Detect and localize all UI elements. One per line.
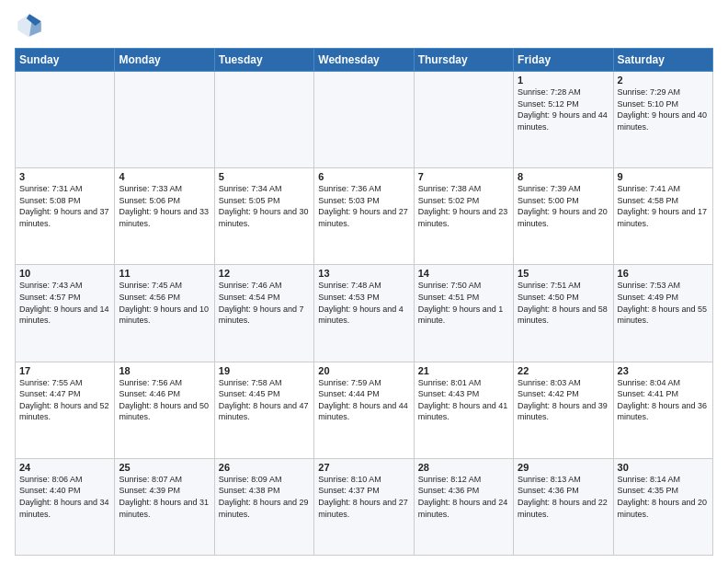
day-number: 8	[518, 171, 609, 182]
logo	[15, 11, 48, 40]
header-day-friday: Friday	[514, 49, 613, 72]
day-info: Sunrise: 7:58 AMSunset: 4:45 PMDaylight:…	[219, 377, 310, 423]
day-number: 21	[418, 365, 509, 376]
day-number: 2	[618, 75, 709, 86]
day-number: 29	[518, 462, 609, 473]
day-number: 7	[418, 171, 509, 182]
day-number: 10	[19, 268, 110, 279]
week-row-3: 10Sunrise: 7:43 AMSunset: 4:57 PMDayligh…	[16, 265, 713, 362]
day-info: Sunrise: 7:53 AMSunset: 4:49 PMDaylight:…	[618, 280, 709, 326]
day-info: Sunrise: 8:04 AMSunset: 4:41 PMDaylight:…	[618, 377, 709, 423]
header-day-saturday: Saturday	[613, 49, 712, 72]
day-info: Sunrise: 7:41 AMSunset: 4:58 PMDaylight:…	[618, 183, 709, 229]
header-day-monday: Monday	[115, 49, 214, 72]
day-info: Sunrise: 7:55 AMSunset: 4:47 PMDaylight:…	[19, 377, 110, 423]
day-number: 5	[219, 171, 310, 182]
day-cell: 24Sunrise: 8:06 AMSunset: 4:40 PMDayligh…	[16, 458, 115, 555]
week-row-5: 24Sunrise: 8:06 AMSunset: 4:40 PMDayligh…	[16, 458, 713, 555]
day-info: Sunrise: 7:31 AMSunset: 5:08 PMDaylight:…	[19, 183, 110, 229]
day-cell: 9Sunrise: 7:41 AMSunset: 4:58 PMDaylight…	[613, 168, 712, 265]
header-day-sunday: Sunday	[16, 49, 115, 72]
day-number: 25	[119, 462, 210, 473]
day-info: Sunrise: 7:59 AMSunset: 4:44 PMDaylight:…	[318, 377, 409, 423]
day-number: 30	[618, 462, 709, 473]
day-number: 16	[618, 268, 709, 279]
day-cell: 8Sunrise: 7:39 AMSunset: 5:00 PMDaylight…	[514, 168, 613, 265]
day-cell	[115, 72, 214, 168]
day-cell: 6Sunrise: 7:36 AMSunset: 5:03 PMDaylight…	[314, 168, 414, 265]
header-row: SundayMondayTuesdayWednesdayThursdayFrid…	[16, 49, 713, 72]
day-cell: 28Sunrise: 8:12 AMSunset: 4:36 PMDayligh…	[414, 458, 513, 555]
day-cell: 17Sunrise: 7:55 AMSunset: 4:47 PMDayligh…	[16, 362, 115, 458]
header	[15, 11, 713, 40]
day-info: Sunrise: 8:07 AMSunset: 4:39 PMDaylight:…	[119, 474, 210, 520]
day-info: Sunrise: 8:14 AMSunset: 4:35 PMDaylight:…	[618, 474, 709, 520]
week-row-1: 1Sunrise: 7:28 AMSunset: 5:12 PMDaylight…	[16, 72, 713, 168]
day-cell: 10Sunrise: 7:43 AMSunset: 4:57 PMDayligh…	[16, 265, 115, 362]
day-cell: 29Sunrise: 8:13 AMSunset: 4:36 PMDayligh…	[514, 458, 613, 555]
day-number: 11	[119, 268, 210, 279]
day-info: Sunrise: 7:29 AMSunset: 5:10 PMDaylight:…	[618, 86, 709, 132]
day-cell: 25Sunrise: 8:07 AMSunset: 4:39 PMDayligh…	[115, 458, 214, 555]
day-cell: 12Sunrise: 7:46 AMSunset: 4:54 PMDayligh…	[214, 265, 313, 362]
day-cell: 21Sunrise: 8:01 AMSunset: 4:43 PMDayligh…	[414, 362, 513, 458]
day-number: 14	[418, 268, 509, 279]
day-cell: 14Sunrise: 7:50 AMSunset: 4:51 PMDayligh…	[414, 265, 513, 362]
day-cell: 4Sunrise: 7:33 AMSunset: 5:06 PMDaylight…	[115, 168, 214, 265]
day-cell: 27Sunrise: 8:10 AMSunset: 4:37 PMDayligh…	[314, 458, 414, 555]
calendar-header: SundayMondayTuesdayWednesdayThursdayFrid…	[16, 49, 713, 72]
day-number: 6	[318, 171, 409, 182]
day-cell: 1Sunrise: 7:28 AMSunset: 5:12 PMDaylight…	[514, 72, 613, 168]
day-number: 15	[518, 268, 609, 279]
day-number: 24	[19, 462, 110, 473]
day-number: 13	[318, 268, 409, 279]
day-cell: 7Sunrise: 7:38 AMSunset: 5:02 PMDaylight…	[414, 168, 513, 265]
day-info: Sunrise: 7:33 AMSunset: 5:06 PMDaylight:…	[119, 183, 210, 229]
day-cell: 22Sunrise: 8:03 AMSunset: 4:42 PMDayligh…	[514, 362, 613, 458]
day-cell: 16Sunrise: 7:53 AMSunset: 4:49 PMDayligh…	[613, 265, 712, 362]
week-row-2: 3Sunrise: 7:31 AMSunset: 5:08 PMDaylight…	[16, 168, 713, 265]
day-cell: 13Sunrise: 7:48 AMSunset: 4:53 PMDayligh…	[314, 265, 414, 362]
day-info: Sunrise: 8:13 AMSunset: 4:36 PMDaylight:…	[518, 474, 609, 520]
day-info: Sunrise: 7:56 AMSunset: 4:46 PMDaylight:…	[119, 377, 210, 423]
day-cell	[414, 72, 513, 168]
day-cell: 3Sunrise: 7:31 AMSunset: 5:08 PMDaylight…	[16, 168, 115, 265]
day-number: 28	[418, 462, 509, 473]
day-number: 20	[318, 365, 409, 376]
day-cell: 26Sunrise: 8:09 AMSunset: 4:38 PMDayligh…	[214, 458, 313, 555]
day-info: Sunrise: 8:03 AMSunset: 4:42 PMDaylight:…	[518, 377, 609, 423]
day-number: 17	[19, 365, 110, 376]
day-cell	[214, 72, 313, 168]
day-number: 1	[518, 75, 609, 86]
calendar-body: 1Sunrise: 7:28 AMSunset: 5:12 PMDaylight…	[16, 72, 713, 556]
day-info: Sunrise: 7:51 AMSunset: 4:50 PMDaylight:…	[518, 280, 609, 326]
day-cell: 23Sunrise: 8:04 AMSunset: 4:41 PMDayligh…	[613, 362, 712, 458]
day-info: Sunrise: 7:43 AMSunset: 4:57 PMDaylight:…	[19, 280, 110, 326]
day-cell: 20Sunrise: 7:59 AMSunset: 4:44 PMDayligh…	[314, 362, 414, 458]
day-info: Sunrise: 7:48 AMSunset: 4:53 PMDaylight:…	[318, 280, 409, 326]
day-info: Sunrise: 8:10 AMSunset: 4:37 PMDaylight:…	[318, 474, 409, 520]
day-info: Sunrise: 7:38 AMSunset: 5:02 PMDaylight:…	[418, 183, 509, 229]
logo-icon	[15, 11, 44, 40]
day-info: Sunrise: 7:46 AMSunset: 4:54 PMDaylight:…	[219, 280, 310, 326]
day-cell	[314, 72, 414, 168]
day-number: 22	[518, 365, 609, 376]
page: SundayMondayTuesdayWednesdayThursdayFrid…	[0, 0, 728, 563]
day-info: Sunrise: 8:09 AMSunset: 4:38 PMDaylight:…	[219, 474, 310, 520]
day-info: Sunrise: 7:50 AMSunset: 4:51 PMDaylight:…	[418, 280, 509, 326]
day-number: 9	[618, 171, 709, 182]
header-day-tuesday: Tuesday	[214, 49, 313, 72]
day-cell: 18Sunrise: 7:56 AMSunset: 4:46 PMDayligh…	[115, 362, 214, 458]
day-number: 4	[119, 171, 210, 182]
day-info: Sunrise: 8:01 AMSunset: 4:43 PMDaylight:…	[418, 377, 509, 423]
day-cell	[16, 72, 115, 168]
day-info: Sunrise: 7:36 AMSunset: 5:03 PMDaylight:…	[318, 183, 409, 229]
day-cell: 30Sunrise: 8:14 AMSunset: 4:35 PMDayligh…	[613, 458, 712, 555]
day-cell: 15Sunrise: 7:51 AMSunset: 4:50 PMDayligh…	[514, 265, 613, 362]
day-number: 3	[19, 171, 110, 182]
day-cell: 2Sunrise: 7:29 AMSunset: 5:10 PMDaylight…	[613, 72, 712, 168]
header-day-wednesday: Wednesday	[314, 49, 414, 72]
day-info: Sunrise: 8:12 AMSunset: 4:36 PMDaylight:…	[418, 474, 509, 520]
week-row-4: 17Sunrise: 7:55 AMSunset: 4:47 PMDayligh…	[16, 362, 713, 458]
header-day-thursday: Thursday	[414, 49, 513, 72]
